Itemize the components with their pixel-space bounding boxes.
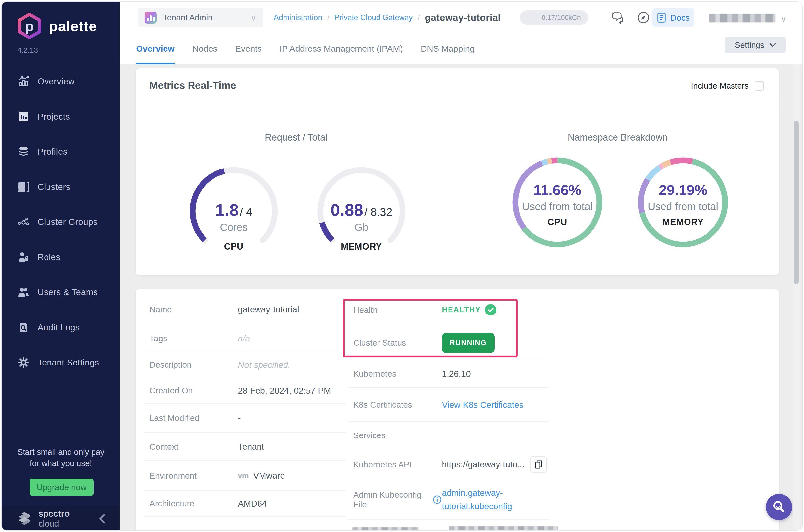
row-value: 28 Feb, 2024, 02:57 PM — [238, 386, 331, 396]
detail-row-kubernetes-api: Kubernetes API https://gateway-tuto... — [348, 449, 549, 480]
sidebar-item-users-teams[interactable]: Users & Teams — [2, 275, 120, 310]
breadcrumb-administration[interactable]: Administration — [274, 13, 322, 22]
palette-app-window: p palette 4.2.13 Overview Projects — [1, 1, 803, 531]
row-value: vm VMware — [238, 471, 285, 480]
search-fab-button[interactable] — [766, 494, 792, 520]
cpu-donut-name: CPU — [510, 217, 605, 227]
metrics-card: Metrics Real-Time Include Masters Reques… — [136, 68, 779, 276]
clusters-icon — [17, 180, 30, 193]
sidebar-item-label: Cluster Groups — [38, 217, 97, 227]
detail-row-tags: Tags n/a — [145, 325, 346, 352]
overview-chart-icon — [17, 75, 30, 88]
memory-gauge-value: 0.88 — [330, 201, 363, 219]
tab-events[interactable]: Events — [235, 33, 262, 64]
row-value: gateway-tutorial — [238, 304, 299, 314]
row-label: Name — [145, 305, 238, 314]
sidebar-nav: Overview Projects Profiles — [2, 64, 120, 380]
compass-icon — [637, 11, 650, 24]
palette-logo: p palette — [16, 13, 97, 39]
include-masters-checkbox[interactable] — [754, 81, 764, 91]
docs-button[interactable]: Docs — [652, 8, 694, 27]
sidebar-item-label: Projects — [38, 112, 70, 121]
row-label: Context — [145, 442, 238, 452]
kubeconfig-download-link[interactable]: admin.gateway-tutorial.kubeconfig — [442, 486, 523, 513]
scrollbar-thumb[interactable] — [793, 121, 799, 284]
user-menu[interactable] — [706, 10, 792, 27]
sidebar-item-tenant-settings[interactable]: Tenant Settings — [2, 345, 120, 380]
page-title: gateway-tutorial — [425, 12, 501, 23]
divider — [457, 103, 457, 276]
breadcrumb-private-cloud-gateway[interactable]: Private Cloud Gateway — [334, 13, 413, 22]
environment-value: VMware — [253, 471, 285, 480]
row-label: Admin Kubeconfig File — [348, 490, 442, 509]
sidebar-item-overview[interactable]: Overview — [2, 64, 120, 99]
upgrade-now-button[interactable]: Upgrade now — [30, 478, 94, 496]
detail-row-name: Name gateway-tutorial — [145, 294, 346, 325]
brand-primary: spectro — [38, 509, 70, 518]
sidebar-item-profiles[interactable]: Profiles — [2, 134, 120, 169]
palette-logo-icon: p — [16, 13, 42, 39]
cpu-gauge-total: / 4 — [240, 206, 252, 218]
row-value: 1.26.10 — [442, 369, 471, 379]
row-value: Not specified. — [238, 360, 290, 370]
cpu-gauge-name: CPU — [186, 242, 281, 252]
row-label: Kubernetes API — [348, 460, 442, 469]
layers-icon — [17, 146, 30, 158]
detail-row-health: Health HEALTHY — [348, 294, 549, 326]
detail-row-kubernetes: Kubernetes 1.26.10 — [348, 360, 549, 388]
cpu-gauge-value: 1.8 — [215, 201, 239, 219]
clipped-row-value-redacted — [449, 526, 558, 531]
sidebar-item-projects[interactable]: Projects — [2, 99, 120, 134]
tab-nodes[interactable]: Nodes — [192, 33, 217, 64]
settings-button[interactable]: Settings — [725, 37, 786, 54]
tab-overview[interactable]: Overview — [136, 33, 175, 64]
sidebar-collapse-button[interactable] — [98, 513, 106, 524]
upsell-line2: for what you use! — [2, 458, 120, 469]
projects-icon — [17, 110, 30, 123]
sidebar: p palette 4.2.13 Overview Projects — [2, 2, 120, 530]
row-label: Description — [145, 360, 238, 370]
kubeconfig-label: Admin Kubeconfig File — [353, 490, 429, 509]
sidebar-item-label: Audit Logs — [38, 322, 80, 332]
sidebar-item-clusters[interactable]: Clusters — [2, 169, 120, 204]
detail-row-context: Context Tenant — [145, 433, 346, 461]
row-label: Tags — [145, 334, 238, 343]
sidebar-item-label: Clusters — [38, 182, 70, 192]
upsell-message: Start small and only pay for what you us… — [2, 446, 120, 469]
usage-meter: 0.17/100kCh — [520, 11, 588, 25]
row-label: Created On — [145, 386, 238, 395]
breadcrumb-separator: / — [418, 13, 420, 22]
sidebar-item-cluster-groups[interactable]: Cluster Groups — [2, 204, 120, 240]
search-icon — [772, 500, 786, 514]
explore-button[interactable] — [637, 11, 650, 24]
tab-dns-mapping[interactable]: DNS Mapping — [421, 33, 475, 64]
detail-row-services: Services - — [348, 422, 549, 449]
sidebar-item-audit-logs[interactable]: Audit Logs — [2, 310, 120, 345]
info-icon[interactable] — [433, 495, 442, 504]
sidebar-item-roles[interactable]: Roles — [2, 240, 120, 275]
detail-row-description: Description Not specified. — [145, 352, 346, 378]
row-label: Services — [348, 431, 442, 440]
svg-text:p: p — [25, 18, 34, 34]
view-k8s-certificates-link[interactable]: View K8s Certificates — [442, 400, 523, 410]
row-value: Tenant — [238, 442, 264, 452]
users-icon — [17, 286, 30, 299]
copy-button[interactable] — [530, 456, 547, 473]
detail-row-k8s-certificates: K8s Certificates View K8s Certificates — [348, 388, 549, 422]
tab-bar: Overview Nodes Events IP Address Managem… — [120, 33, 803, 64]
chat-bubbles-icon — [611, 11, 624, 24]
tab-ipam[interactable]: IP Address Management (IPAM) — [280, 33, 403, 64]
page-header: Tenant Admin ∨ Administration / Private … — [120, 2, 803, 64]
memory-gauge-unit: Gb — [314, 222, 409, 233]
scroll-content: Metrics Real-Time Include Masters Reques… — [120, 64, 803, 531]
row-value: n/a — [238, 334, 250, 343]
sidebar-item-label: Users & Teams — [38, 287, 98, 297]
scope-selector[interactable]: Tenant Admin ∨ — [138, 8, 264, 27]
detail-row-last-modified: Last Modified - — [145, 403, 346, 433]
spectro-cloud-logo-icon — [17, 511, 32, 526]
feedback-chat-button[interactable] — [611, 11, 624, 24]
row-value: AMD64 — [238, 499, 267, 509]
scrollbar-track — [792, 64, 800, 531]
memory-donut-subtitle: Used from total — [635, 201, 730, 212]
cpu-donut-percent: 11.66% — [510, 182, 605, 198]
